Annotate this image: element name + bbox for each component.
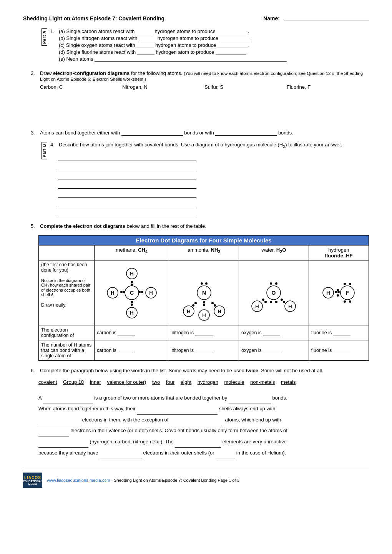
svg-point-20 [201,282,203,285]
table-diagram-row: (the first one has been done for you) No… [39,260,369,325]
q1a-blank1 [136,29,153,34]
config-label1: The electron configuration of [39,325,95,340]
table-title: Electron Dot Diagrams for Four Simple Mo… [39,235,369,245]
q2-atom-labels: Carbon, C Nitrogen, N Sulfur, S Fluorine… [40,84,369,90]
word-molecule: molecule [224,379,244,385]
methane-diagram: C H H [95,260,169,325]
questions-container: Part A 1. (a) Single carbon atoms react … [23,28,369,458]
logo-mid: EDUCATIONAL [23,480,42,483]
q2-diagram-area [40,90,369,124]
config-carbon2: carbon is [95,340,169,360]
config-label2: The number of H atoms that can bond with… [39,340,95,360]
q5-bold: Complete the electron dot diagrams [40,223,125,229]
q1c-blank2 [218,43,248,48]
logo-bot: MEDIA [28,483,37,485]
col-ammonia: ammonia, NH3 [169,245,239,260]
svg-point-29 [203,304,205,306]
hf-diagram: H F [309,260,369,325]
name-field: Name: [263,15,369,22]
col-methane: methane, CH4 [95,245,169,260]
q1e: (e) Neon atoms [59,56,287,62]
svg-point-50 [335,291,337,293]
question-2: 2. Draw electron-configuration diagrams … [31,70,369,124]
svg-point-32 [211,302,214,304]
svg-text:H: H [187,309,190,314]
footer-description: - Shedding Light on Atoms Episode 7: Cov… [111,478,239,483]
blank-two [38,436,69,436]
svg-text:H: H [130,271,133,277]
q2-sulfur-label: Sulfur, S [204,84,287,90]
blank-eight2 [100,458,142,458]
q4-answer-lines [58,153,369,216]
svg-point-46 [281,299,283,301]
svg-point-5 [131,284,133,286]
config-carbon1: carbon is [95,325,169,340]
part-b-label: Part B [42,142,47,159]
q1d-blank1 [137,50,154,55]
q4-content: 4. Describe how atoms join together with… [50,142,369,217]
page-title: Shedding Light on Atoms Episode 7: Coval… [23,15,164,22]
word-hydrogen: hydrogen [198,379,218,385]
config-oxygen2: oxygen is [239,340,309,360]
q2-num: 2. [31,70,38,124]
blank-group18 [175,447,221,448]
q6-content: Complete the paragraph below using the w… [40,368,323,373]
q1a: (a) Single carbon atoms react with hydro… [59,28,287,34]
q1b-blank2 [220,36,251,41]
svg-text:H: H [130,310,133,316]
footer-link[interactable]: www.liacoseducationalmedia.com [47,478,110,483]
svg-point-42 [262,299,264,301]
q1c: (c) Single oxygen atoms react with hydro… [59,42,287,48]
svg-point-17 [141,291,143,293]
svg-text:H: H [149,290,153,296]
blank-hydrogen [170,425,224,425]
q1b-blank1 [139,36,156,41]
svg-text:H: H [327,290,330,296]
svg-text:N: N [202,290,206,296]
svg-point-12 [120,291,123,293]
svg-point-43 [264,301,267,303]
q1-num: 1. [50,28,56,63]
svg-point-24 [194,302,197,304]
table-config-row2: The number of H atoms that can bond with… [39,340,369,360]
svg-point-37 [275,282,277,285]
q1d-blank2 [216,50,246,55]
config-oxygen1: oxygen is [239,325,309,340]
q3-blank2 [215,130,277,136]
svg-point-36 [270,282,272,285]
question-5: 5. Complete the electron dot diagrams be… [31,223,369,361]
q1b: (b) Single nitrogen atoms react with hyd… [59,35,287,41]
word-eight: eight [181,379,191,385]
q2-fluorine-label: Fluorine, F [287,84,369,90]
word-valence: valence (or outer) [107,379,146,385]
word-two: two [152,379,160,385]
svg-point-57 [337,294,339,297]
svg-point-59 [349,300,351,303]
svg-point-54 [344,283,346,285]
svg-point-13 [123,291,125,293]
q5-content: Complete the electron dot diagrams below… [40,223,206,229]
svg-text:O: O [272,290,276,296]
svg-point-38 [270,301,272,303]
table-header-row: methane, CH4 ammonia, NH3 water, H2O hyd… [39,245,369,260]
svg-text:H: H [202,312,206,318]
svg-point-16 [138,291,141,293]
q1c-blank1 [136,43,154,48]
svg-point-25 [192,304,194,307]
q6-num: 6. [31,368,38,373]
svg-point-58 [344,300,346,303]
left-info-draw: Draw neatly. [41,302,92,308]
word-four: four [166,379,174,385]
q3-num: 3. [31,130,38,136]
q2-carbon-label: Carbon, C [40,84,122,90]
q5-num: 5. [31,223,38,229]
main-table: Electron Dot Diagrams for Four Simple Mo… [38,235,369,361]
config-fluorine2: fluorine is [309,340,369,360]
methane-svg: C H H [105,262,159,323]
svg-text:F: F [346,290,349,296]
q1-content: 1. (a) Single carbon atoms react with hy… [50,28,369,64]
fill-paragraph: A is a group of two or more atoms that a… [38,393,369,459]
q2-nitrogen-label: Nitrogen, N [122,84,204,90]
svg-point-39 [275,301,277,303]
footer-logo: LIACOS EDUCATIONAL MEDIA [23,473,42,488]
